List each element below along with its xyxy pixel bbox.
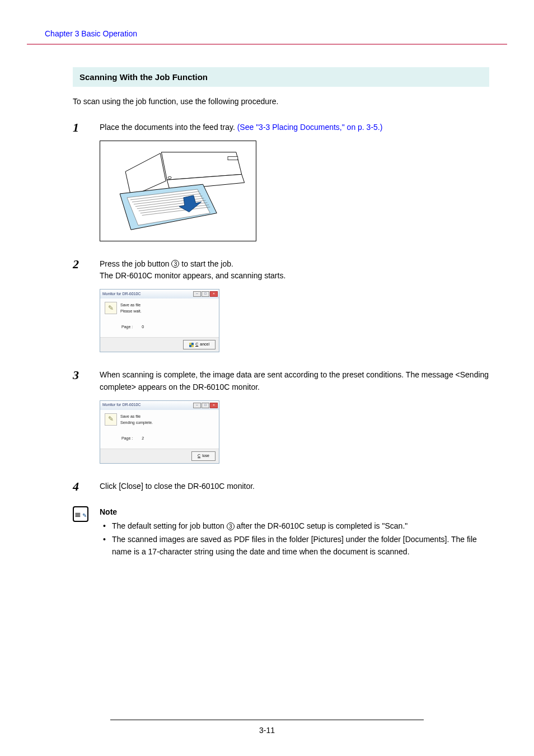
step-text: The DR-6010C monitor appears, and scanni… bbox=[100, 271, 285, 280]
step-number: 4 bbox=[73, 480, 100, 493]
cross-reference-link[interactable]: (See "3-3 Placing Documents," on p. 3-5.… bbox=[237, 123, 383, 132]
monitor-dialog: Monitor for DR-6010C – □ × ✎ Save as fil… bbox=[100, 289, 219, 352]
step-4: 4 Click [Close] to close the DR-6010C mo… bbox=[73, 480, 489, 493]
step-body: Press the job button 3 to start the job.… bbox=[100, 258, 489, 356]
section-intro: To scan using the job function, use the … bbox=[73, 97, 489, 106]
note-block: ≣✎ Note The default setting for job butt… bbox=[73, 506, 489, 559]
page-number: 3-11 bbox=[0, 726, 534, 735]
page-label: Page : bbox=[121, 325, 133, 329]
note-text: The scanned images are saved as PDF file… bbox=[112, 535, 477, 556]
minimize-icon[interactable]: – bbox=[193, 403, 201, 408]
cancel-button[interactable]: Cancel bbox=[183, 340, 216, 349]
dialog-footer: Close bbox=[100, 449, 219, 463]
maximize-icon[interactable]: □ bbox=[202, 403, 209, 408]
button-label: C bbox=[198, 453, 200, 459]
window-buttons: – □ × bbox=[193, 291, 218, 297]
button-label-rest: lose bbox=[202, 453, 209, 459]
dialog-message: Sending complete. bbox=[120, 419, 153, 426]
monitor-dialog: Monitor for DR-6010C – □ × ✎ Save as fil… bbox=[100, 400, 219, 464]
dialog-title-text: Monitor for DR-6010C bbox=[102, 402, 140, 408]
step-2: 2 Press the job button 3 to start the jo… bbox=[73, 258, 489, 356]
note-item: The default setting for job button 3 aft… bbox=[106, 520, 489, 533]
dialog-titlebar: Monitor for DR-6010C – □ × bbox=[100, 290, 219, 298]
step-body: When scanning is complete, the image dat… bbox=[100, 369, 489, 466]
step-number: 1 bbox=[73, 122, 100, 245]
dialog-title-text: Monitor for DR-6010C bbox=[102, 291, 140, 297]
figure-dialog-2: Monitor for DR-6010C – □ × ✎ Save as fil… bbox=[100, 400, 489, 464]
note-item: The scanned images are saved as PDF file… bbox=[106, 534, 489, 558]
step-text: Click [Close] to close the DR-6010C moni… bbox=[100, 482, 255, 491]
scanner-illustration bbox=[100, 141, 256, 241]
step-text: When scanning is complete, the image dat… bbox=[100, 370, 489, 391]
dialog-body: ✎ Save as file Sending complete. Page : … bbox=[100, 410, 219, 449]
page-value: 2 bbox=[142, 436, 144, 440]
step-number: 3 bbox=[73, 369, 100, 466]
scanner-svg bbox=[100, 141, 256, 241]
note-label: Note bbox=[100, 506, 489, 519]
step-number: 2 bbox=[73, 258, 100, 356]
button-label-rest: ancel bbox=[200, 342, 209, 348]
section-title: Scanning With the Job Function bbox=[73, 67, 489, 87]
page-header: Chapter 3 Basic Operation bbox=[0, 0, 534, 38]
maximize-icon[interactable]: □ bbox=[202, 291, 209, 297]
dialog-message: Save as file bbox=[120, 413, 153, 419]
figure-dialog-1: Monitor for DR-6010C – □ × ✎ Save as fil… bbox=[100, 289, 489, 352]
window-buttons: – □ × bbox=[193, 403, 218, 408]
document-icon: ✎ bbox=[105, 302, 117, 314]
svg-rect-15 bbox=[228, 156, 238, 160]
step-text: to start the job. bbox=[179, 259, 233, 268]
note-body: Note The default setting for job button … bbox=[100, 506, 489, 559]
step-text: Press the job button bbox=[100, 259, 171, 268]
dialog-body: ✎ Save as file Please wait. Page : 0 bbox=[100, 298, 219, 337]
figure-scanner bbox=[100, 141, 489, 241]
step-1: 1 Place the documents into the feed tray… bbox=[73, 122, 489, 245]
circled-number: 3 bbox=[171, 260, 179, 268]
step-body: Click [Close] to close the DR-6010C moni… bbox=[100, 480, 489, 493]
note-list: The default setting for job button 3 aft… bbox=[100, 520, 489, 558]
dialog-message: Save as file bbox=[120, 302, 142, 308]
step-text: Place the documents into the feed tray. bbox=[100, 123, 237, 132]
page-label: Page : bbox=[121, 436, 133, 440]
step-body: Place the documents into the feed tray. … bbox=[100, 122, 489, 245]
document-icon: ✎ bbox=[105, 413, 117, 426]
page-footer: 3-11 bbox=[0, 720, 534, 735]
dialog-titlebar: Monitor for DR-6010C – □ × bbox=[100, 401, 219, 410]
close-icon[interactable]: × bbox=[210, 403, 218, 408]
dialog-footer: Cancel bbox=[100, 337, 219, 352]
circled-number: 3 bbox=[227, 522, 235, 530]
step-3: 3 When scanning is complete, the image d… bbox=[73, 369, 489, 466]
chapter-label: Chapter 3 Basic Operation bbox=[45, 29, 137, 38]
button-label: C bbox=[195, 342, 198, 348]
page-value: 0 bbox=[142, 325, 144, 329]
svg-point-14 bbox=[168, 176, 171, 179]
note-icon: ≣✎ bbox=[73, 506, 88, 522]
note-text: The default setting for job button bbox=[112, 521, 227, 530]
minimize-icon[interactable]: – bbox=[193, 291, 201, 297]
close-button[interactable]: Close bbox=[191, 451, 216, 461]
close-icon[interactable]: × bbox=[210, 291, 218, 297]
footer-rule bbox=[110, 720, 424, 720]
page-content: Scanning With the Job Function To scan u… bbox=[0, 45, 534, 559]
note-text: after the DR-6010C setup is completed is… bbox=[235, 521, 408, 530]
dialog-message: Please wait. bbox=[120, 308, 142, 314]
